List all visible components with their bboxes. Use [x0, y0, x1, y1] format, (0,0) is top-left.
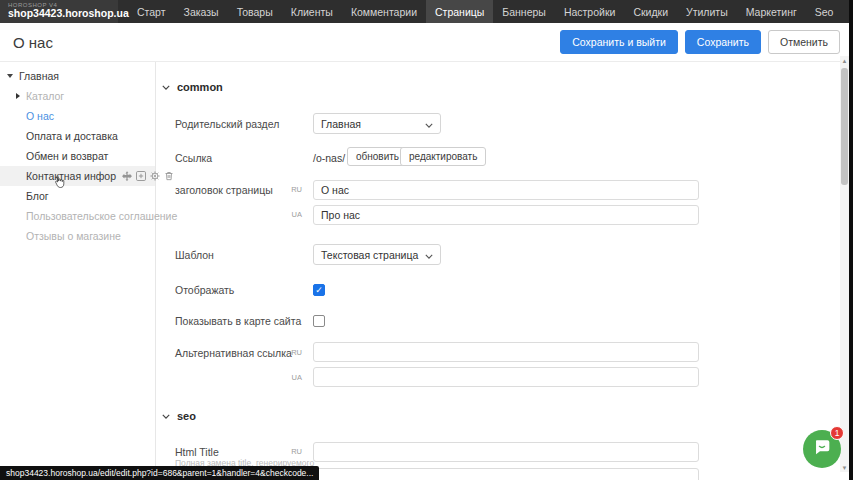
- link-update-button[interactable]: обновить: [347, 147, 408, 166]
- topbar-item-comments[interactable]: Комментарии: [342, 0, 426, 23]
- scrollbar-thumb[interactable]: [841, 68, 848, 185]
- alt-link-ru-input[interactable]: [313, 342, 699, 362]
- vertical-scrollbar[interactable]: ▲ ▼: [840, 56, 849, 472]
- alt-link-ua-input[interactable]: [313, 367, 699, 387]
- trash-icon[interactable]: [164, 171, 174, 181]
- sidebar-item-reviews[interactable]: Отзывы о магазине: [0, 226, 155, 246]
- tree-expanded-icon[interactable]: [7, 74, 13, 78]
- topbar-item-utilities[interactable]: Утилиты: [677, 0, 737, 23]
- scroll-down-icon[interactable]: ▼: [840, 463, 849, 472]
- tree-collapsed-icon[interactable]: [16, 93, 20, 99]
- section-title: common: [177, 81, 223, 93]
- sidebar-item-label: Оплата и доставка: [26, 130, 118, 142]
- tree-row-actions: [122, 171, 174, 181]
- page-tree-sidebar: Главная Каталог О нас Оплата и доставка …: [0, 62, 156, 480]
- sidebar-item-label: Контактная инфор: [26, 170, 116, 182]
- chevron-down-icon: [425, 118, 433, 130]
- cancel-button[interactable]: Отменить: [768, 30, 840, 54]
- sidebar-item-payment-delivery[interactable]: Оплата и доставка: [0, 126, 155, 146]
- section-common-toggle[interactable]: common: [162, 81, 223, 93]
- topbar-item-pages[interactable]: Страницы: [426, 0, 493, 23]
- logo[interactable]: HOROSHOP V4 shop34423.horoshop.ua: [0, 0, 118, 23]
- header-actions: Сохранить и выйти Сохранить Отменить: [560, 30, 840, 54]
- sidebar-item-contacts[interactable]: Контактная инфор: [0, 166, 155, 186]
- sidebar-item-label: Каталог: [26, 90, 64, 102]
- topbar: HOROSHOP V4 shop34423.horoshop.ua Старт …: [0, 0, 853, 23]
- sidebar-item-home[interactable]: Главная: [0, 66, 155, 86]
- topbar-item-orders[interactable]: Заказы: [175, 0, 228, 23]
- move-icon[interactable]: [122, 171, 132, 181]
- page-title-label: заголовок страницы: [175, 184, 273, 196]
- save-button[interactable]: Сохранить: [685, 30, 761, 54]
- template-label: Шаблон: [175, 249, 214, 261]
- lang-ru-badge: RU: [288, 185, 302, 194]
- edit-form: common Родительский раздел Главная Ссылк…: [156, 62, 840, 480]
- section-title: seo: [177, 410, 196, 422]
- lang-ru-badge: RU: [288, 447, 302, 456]
- alt-link-label: Альтернативная ссылка: [175, 347, 292, 359]
- lang-ru-badge: RU: [288, 348, 302, 357]
- html-title-label: Html Title: [175, 446, 219, 458]
- parent-section-select[interactable]: Главная: [313, 113, 441, 134]
- sidebar-item-label: Главная: [19, 70, 59, 82]
- gear-icon[interactable]: [150, 171, 160, 181]
- display-label: Отображать: [175, 284, 234, 296]
- page-title-ua-input[interactable]: [313, 205, 699, 225]
- topbar-item-seo[interactable]: Seo: [806, 0, 843, 23]
- page-title-ru-input[interactable]: [313, 180, 699, 200]
- logo-shop-domain: shop34423.horoshop.ua: [8, 8, 118, 19]
- page-header: О нас Сохранить и выйти Сохранить Отмени…: [0, 23, 849, 62]
- topbar-item-discounts[interactable]: Скидки: [624, 0, 677, 23]
- save-and-exit-button[interactable]: Сохранить и выйти: [560, 30, 678, 54]
- topbar-item-settings[interactable]: Настройки: [555, 0, 625, 23]
- chevron-down-icon: [425, 249, 433, 261]
- sidebar-item-terms[interactable]: Пользовательское соглашение: [0, 206, 155, 226]
- sitemap-label: Показывать в карте сайта: [175, 315, 301, 327]
- sidebar-item-label: Блог: [26, 190, 49, 202]
- html-title-ru-input[interactable]: [313, 442, 699, 462]
- sidebar-item-blog[interactable]: Блог: [0, 186, 155, 206]
- html-title-ua-input[interactable]: [313, 468, 699, 480]
- link-edit-button[interactable]: редактировать: [400, 147, 486, 166]
- sidebar-item-label: Обмен и возврат: [26, 150, 108, 162]
- topbar-item-start[interactable]: Старт: [128, 0, 175, 23]
- screen-edge-strip: [849, 0, 853, 480]
- topbar-item-marketing[interactable]: Маркетинг: [737, 0, 806, 23]
- scroll-up-icon[interactable]: ▲: [840, 56, 849, 65]
- chat-widget-button[interactable]: 1: [803, 430, 841, 468]
- section-seo-toggle[interactable]: seo: [162, 410, 196, 422]
- chat-bubble-icon: [811, 436, 833, 462]
- topbar-item-clients[interactable]: Клиенты: [282, 0, 342, 23]
- sidebar-item-catalog[interactable]: Каталог: [0, 86, 155, 106]
- topbar-item-banners[interactable]: Баннеры: [493, 0, 555, 23]
- template-select[interactable]: Текстовая страница: [313, 244, 441, 265]
- check-icon: ✓: [315, 286, 323, 295]
- selected-option: Текстовая страница: [321, 249, 418, 261]
- parent-section-label: Родительский раздел: [175, 118, 279, 130]
- sidebar-item-label: Отзывы о магазине: [26, 230, 121, 242]
- chevron-down-icon: [162, 85, 170, 90]
- sitemap-checkbox[interactable]: [313, 315, 325, 327]
- link-label: Ссылка: [175, 152, 212, 164]
- chevron-down-icon: [162, 414, 170, 419]
- selected-option: Главная: [321, 118, 361, 130]
- status-url-bar: shop34423.horoshop.ua/edit/edit.php?id=6…: [0, 466, 319, 480]
- topbar-menu: Старт Заказы Товары Клиенты Комментарии …: [128, 0, 853, 23]
- sidebar-item-exchange-return[interactable]: Обмен и возврат: [0, 146, 155, 166]
- app-window: HOROSHOP V4 shop34423.horoshop.ua Старт …: [0, 0, 853, 480]
- add-subpage-icon[interactable]: [136, 171, 146, 181]
- link-value: /o-nas/: [313, 152, 345, 164]
- lang-ua-badge: UA: [288, 373, 302, 382]
- sidebar-item-about[interactable]: О нас: [0, 106, 155, 126]
- topbar-item-products[interactable]: Товары: [228, 0, 282, 23]
- chat-unread-badge: 1: [830, 426, 844, 440]
- display-checkbox[interactable]: ✓: [313, 284, 325, 296]
- sidebar-item-label: Пользовательское соглашение: [26, 210, 177, 222]
- lang-ua-badge: UA: [288, 210, 302, 219]
- page-title: О нас: [13, 34, 53, 51]
- sidebar-item-label: О нас: [26, 110, 54, 122]
